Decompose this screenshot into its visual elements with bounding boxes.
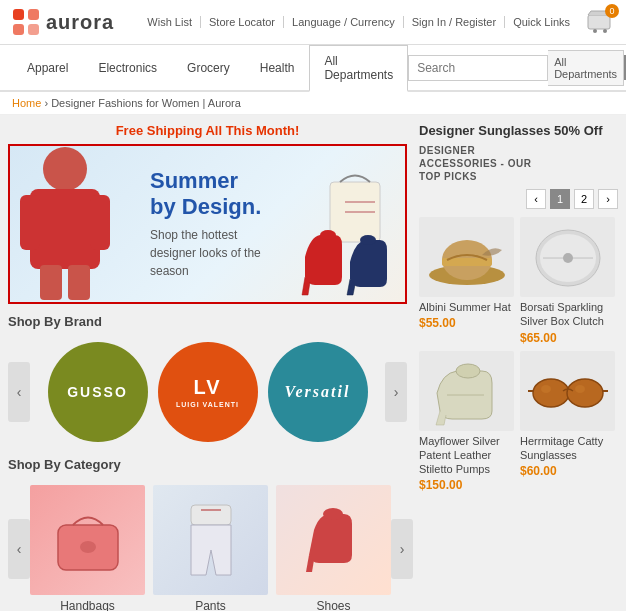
pumps-image bbox=[422, 353, 512, 428]
search-dept-dropdown[interactable]: All Departments bbox=[548, 50, 624, 86]
svg-point-5 bbox=[593, 29, 597, 33]
brand-lv-subtitle: LUIGI VALENTI bbox=[176, 401, 239, 408]
hat-image bbox=[422, 220, 512, 295]
shoes-illustration bbox=[289, 500, 379, 580]
right-column: Designer Sunglasses 50% Off DESIGNER ACC… bbox=[415, 115, 626, 611]
breadcrumb-home[interactable]: Home bbox=[12, 97, 41, 109]
hero-banner[interactable]: Summerby Design. Shop the hottestdesigne… bbox=[8, 144, 407, 304]
product-img-sunglasses bbox=[520, 351, 615, 431]
category-shoes[interactable]: Shoes bbox=[276, 485, 391, 611]
product-price-sunglasses: $60.00 bbox=[520, 464, 615, 478]
header: aurora Wish List Store Locator Language … bbox=[0, 0, 626, 45]
svg-point-32 bbox=[456, 364, 480, 378]
sunglasses-image bbox=[523, 353, 613, 428]
main-content: Free Shipping All This Month! Summerby D… bbox=[0, 115, 626, 611]
product-img-clutch bbox=[520, 217, 615, 297]
cat-label-handbags: Handbags bbox=[30, 599, 145, 611]
left-column: Free Shipping All This Month! Summerby D… bbox=[0, 115, 415, 611]
svg-point-18 bbox=[320, 230, 336, 240]
svg-rect-0 bbox=[13, 9, 24, 20]
brand-gusso[interactable]: GUSSO bbox=[48, 342, 148, 442]
cart-badge: 0 bbox=[605, 4, 619, 18]
page-2-btn[interactable]: 2 bbox=[574, 189, 594, 209]
free-shipping-sub: All This Month! bbox=[202, 123, 299, 138]
brand-versatil-label: Versatil bbox=[285, 383, 351, 401]
free-shipping-banner: Free Shipping All This Month! bbox=[8, 123, 407, 138]
cat-label-shoes: Shoes bbox=[276, 599, 391, 611]
right-promo-text: Designer Sunglasses 50% Off bbox=[419, 123, 603, 138]
hero-subtitle: Shop the hottestdesigner looks of thesea… bbox=[150, 226, 261, 280]
category-handbags[interactable]: Handbags bbox=[30, 485, 145, 611]
svg-rect-4 bbox=[588, 15, 610, 29]
page-next-btn[interactable]: › bbox=[598, 189, 618, 209]
breadcrumb-current: Designer Fashions for Women | Aurora bbox=[51, 97, 241, 109]
cat-prev-arrow[interactable]: ‹ bbox=[8, 519, 30, 579]
search-area: All Departments bbox=[408, 50, 626, 86]
header-signin[interactable]: Sign In / Register bbox=[404, 16, 505, 28]
tab-grocery[interactable]: Grocery bbox=[172, 52, 245, 83]
brand-prev-arrow[interactable]: ‹ bbox=[8, 362, 30, 422]
header-wish-list[interactable]: Wish List bbox=[139, 16, 201, 28]
product-sunglasses[interactable]: Herrmitage Catty Sunglasses $60.00 bbox=[520, 351, 615, 493]
clutch-image bbox=[523, 220, 613, 295]
product-hat[interactable]: Albini Summer Hat $55.00 bbox=[419, 217, 514, 345]
brand-carousel: ‹ GUSSO LV LUIGI VALENTI Versatil › bbox=[8, 337, 407, 447]
tab-health[interactable]: Health bbox=[245, 52, 310, 83]
svg-point-19 bbox=[360, 235, 376, 245]
product-name-pumps: Mayflower Silver Patent Leather Stiletto… bbox=[419, 434, 514, 477]
brand-versatil[interactable]: Versatil bbox=[268, 342, 368, 442]
svg-point-34 bbox=[533, 379, 569, 407]
accessories-header-row: DESIGNER ACCESSORIES - OUR TOP PICKS ‹ 1… bbox=[419, 144, 618, 217]
header-quick-links[interactable]: Quick Links bbox=[505, 16, 578, 28]
logo-icon bbox=[12, 8, 40, 36]
svg-rect-1 bbox=[28, 9, 39, 20]
brand-lv-label: LV bbox=[193, 376, 221, 399]
logo[interactable]: aurora bbox=[12, 8, 114, 36]
breadcrumb-sep: › bbox=[41, 97, 51, 109]
hero-text: Summerby Design. Shop the hottestdesigne… bbox=[10, 148, 281, 301]
hero-products bbox=[300, 167, 390, 297]
breadcrumb: Home › Designer Fashions for Women | Aur… bbox=[0, 92, 626, 115]
category-carousel: ‹ Handbags bbox=[8, 480, 407, 611]
brand-lv[interactable]: LV LUIGI VALENTI bbox=[158, 342, 258, 442]
pants-illustration bbox=[166, 500, 256, 580]
svg-point-21 bbox=[80, 541, 96, 553]
free-shipping-text: Free Shipping bbox=[116, 123, 203, 138]
svg-rect-3 bbox=[28, 24, 39, 35]
header-store-locator[interactable]: Store Locator bbox=[201, 16, 284, 28]
product-clutch[interactable]: Borsati Sparkling Silver Box Clutch $65.… bbox=[520, 217, 615, 345]
hero-title: Summerby Design. bbox=[150, 168, 261, 221]
brand-gusso-label: GUSSO bbox=[67, 384, 128, 400]
search-input[interactable] bbox=[408, 55, 548, 81]
svg-point-35 bbox=[567, 379, 603, 407]
navbar: Apparel Electronics Grocery Health All D… bbox=[0, 45, 626, 92]
svg-rect-22 bbox=[191, 505, 231, 525]
product-price-clutch: $65.00 bbox=[520, 331, 615, 345]
category-pants[interactable]: Pants bbox=[153, 485, 268, 611]
tab-all-departments[interactable]: All Departments bbox=[309, 45, 408, 92]
header-links: Wish List Store Locator Language / Curre… bbox=[139, 9, 614, 35]
shop-by-brand-title: Shop By Brand bbox=[8, 314, 407, 329]
cat-img-handbags bbox=[30, 485, 145, 595]
svg-rect-2 bbox=[13, 24, 24, 35]
page-prev-btn[interactable]: ‹ bbox=[526, 189, 546, 209]
product-img-pumps bbox=[419, 351, 514, 431]
tab-apparel[interactable]: Apparel bbox=[12, 52, 83, 83]
svg-point-24 bbox=[323, 508, 343, 520]
shop-by-category-title: Shop By Category bbox=[8, 457, 407, 472]
svg-point-37 bbox=[575, 385, 585, 393]
product-pumps[interactable]: Mayflower Silver Patent Leather Stiletto… bbox=[419, 351, 514, 493]
product-price-hat: $55.00 bbox=[419, 316, 514, 330]
cat-next-arrow[interactable]: › bbox=[391, 519, 413, 579]
product-img-hat bbox=[419, 217, 514, 297]
page-1-btn[interactable]: 1 bbox=[550, 189, 570, 209]
accessories-header: DESIGNER ACCESSORIES - OUR TOP PICKS bbox=[419, 144, 539, 183]
brand-next-arrow[interactable]: › bbox=[385, 362, 407, 422]
right-promo: Designer Sunglasses 50% Off bbox=[419, 123, 618, 138]
page-nav: ‹ 1 2 › bbox=[526, 189, 618, 209]
header-language[interactable]: Language / Currency bbox=[284, 16, 404, 28]
tab-electronics[interactable]: Electronics bbox=[83, 52, 172, 83]
product-price-pumps: $150.00 bbox=[419, 478, 514, 492]
svg-point-36 bbox=[541, 385, 551, 393]
cart-button[interactable]: 0 bbox=[586, 9, 614, 35]
